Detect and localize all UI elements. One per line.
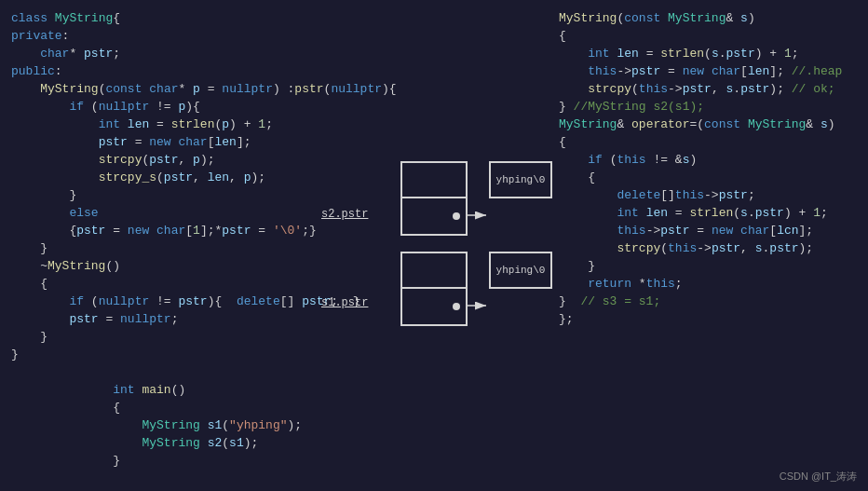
right-line-7: MyString& operator=(const MyString& s) — [559, 116, 866, 133]
s1-box2 — [400, 289, 468, 326]
code-line-24: MyString s1("yhping"); — [11, 416, 520, 434]
s2-box — [400, 161, 468, 198]
code-line-22: int main() — [11, 381, 520, 399]
right-line-17: } // s3 = s1; — [559, 293, 866, 310]
s1-pstr-label: s1.pstr — [321, 296, 368, 309]
code-line-25: MyString s2(s1); — [11, 434, 520, 452]
code-line-7: int len = strlen(p) + 1; — [11, 116, 520, 133]
right-line-9: if (this != &s) — [559, 151, 866, 169]
right-line-14: strcpy(this->pstr, s.pstr); — [559, 239, 866, 257]
right-line-8: { — [559, 133, 866, 151]
right-line-16: return *this; — [559, 275, 866, 293]
code-line-1: class MyString{ — [11, 9, 520, 27]
right-code-panel: MyString(const MyString& s) { int len = … — [559, 0, 866, 337]
right-line-10: { — [559, 169, 866, 186]
code-line-19: } — [11, 328, 520, 346]
right-line-4: this->pstr = new char[len]; //.heap — [559, 62, 866, 80]
memory-diagram: s2.pstr s1.pstr yhping\0 yhping\0 — [349, 144, 554, 321]
right-line-11: delete[]this->pstr; — [559, 186, 866, 204]
main-container: class MyString{ private: char* pstr; pub… — [0, 0, 868, 491]
code-line-4: public: — [11, 62, 520, 80]
heap-box-1: yhping\0 — [489, 161, 552, 198]
right-line-2: { — [559, 27, 866, 45]
code-line-6: if (nullptr != p){ — [11, 98, 520, 116]
code-line-3: char* pstr; — [11, 45, 520, 62]
right-line-1: MyString(const MyString& s) — [559, 9, 866, 27]
code-line-21 — [11, 363, 520, 381]
watermark: CSDN @IT_涛涛 — [780, 470, 857, 484]
right-line-18: }; — [559, 310, 866, 328]
right-line-12: int len = strlen(s.pstr) + 1; — [559, 204, 866, 222]
s2-pstr-label: s2.pstr — [321, 208, 368, 221]
right-line-6: } //MyString s2(s1); — [559, 98, 866, 116]
code-line-20: } — [11, 346, 520, 363]
right-line-5: strcpy(this->pstr, s.pstr); // ok; — [559, 80, 866, 98]
right-line-3: int len = strlen(s.pstr) + 1; — [559, 45, 866, 62]
s2-box2 — [400, 198, 468, 236]
code-line-26: } — [11, 452, 520, 470]
code-line-2: private: — [11, 27, 520, 45]
right-line-15: } — [559, 257, 866, 275]
s1-box — [400, 252, 468, 289]
code-line-23: { — [11, 399, 520, 416]
code-line-5: MyString(const char* p = nullptr) :pstr(… — [11, 80, 520, 98]
right-line-13: this->pstr = new char[lcn]; — [559, 222, 866, 239]
heap-box-2: yhping\0 — [489, 252, 552, 289]
